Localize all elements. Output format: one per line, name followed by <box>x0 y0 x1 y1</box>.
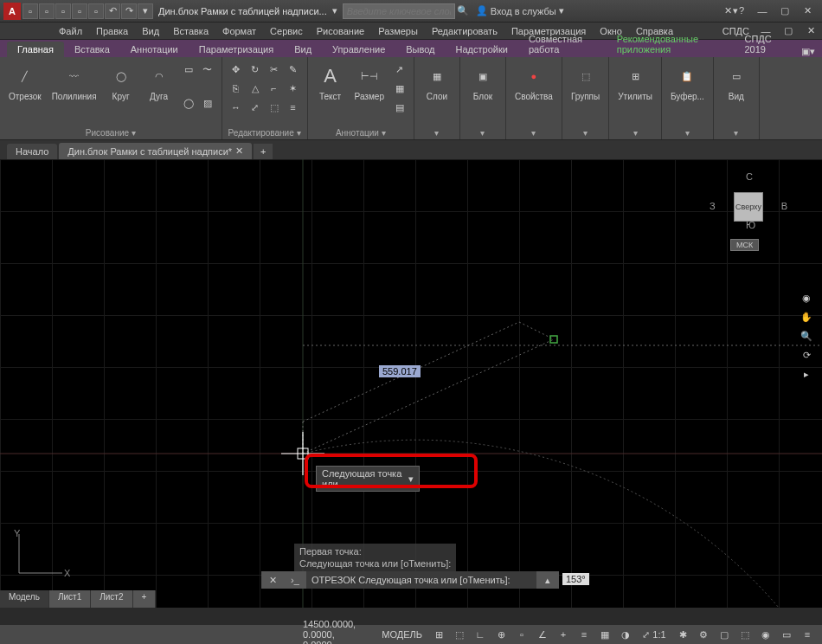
minimize-button[interactable]: — <box>751 3 774 19</box>
tool-clip[interactable]: 📋Буфер... <box>667 61 708 126</box>
tool-util[interactable]: ⊞Утилиты <box>614 61 656 126</box>
viewcube-top-face[interactable]: Сверху <box>734 192 763 222</box>
tool-stretch-icon[interactable]: ↔ <box>228 99 245 116</box>
tool-hatch-icon[interactable]: ▨ <box>199 94 216 112</box>
tool-rotate-icon[interactable]: ↻ <box>247 61 264 78</box>
tool-layers[interactable]: ▦Слои <box>420 61 454 126</box>
ribbon-tab-spds[interactable]: СПДС 2019 <box>735 31 795 57</box>
exchange-icon[interactable]: ✕ <box>724 5 732 16</box>
status-dyn-icon[interactable]: + <box>554 627 573 642</box>
qat-saveas-icon[interactable]: ▫ <box>72 3 87 19</box>
close-tab-icon[interactable]: ✕ <box>235 145 243 157</box>
ribbon-tab-collab[interactable]: Совместная работа <box>518 31 607 57</box>
status-annoscale-icon[interactable]: ⤢ 1:1 <box>637 627 671 642</box>
tool-fillet-icon[interactable]: ⌐ <box>266 80 283 97</box>
status-monitor-icon[interactable]: ▢ <box>715 627 734 642</box>
tool-block[interactable]: ▣Блок <box>466 61 500 126</box>
panel-edit-title[interactable]: Редактирование ▾ <box>228 126 302 139</box>
menu-modify[interactable]: Редактировать <box>425 24 504 38</box>
panel-view-expand[interactable]: ▾ <box>719 126 754 139</box>
ribbon-tab-home[interactable]: Главная <box>7 42 64 57</box>
menu-insert[interactable]: Вставка <box>166 24 215 38</box>
doc-tab-start[interactable]: Начало <box>7 144 57 159</box>
title-dropdown-icon[interactable]: ▾ <box>332 5 337 16</box>
panel-util-expand[interactable]: ▾ <box>614 126 656 139</box>
tool-leader-icon[interactable]: ↗ <box>391 61 408 78</box>
tool-trim-icon[interactable]: ✂ <box>266 61 283 78</box>
dynamic-prompt-tooltip[interactable]: Следующая точка или ▾ <box>316 466 420 492</box>
nav-zoom-icon[interactable]: 🔍 <box>798 327 815 345</box>
tool-table-icon[interactable]: ▦ <box>391 80 408 97</box>
status-transparency-icon[interactable]: ▦ <box>595 627 614 642</box>
close-button[interactable]: ✕ <box>796 3 819 19</box>
tool-offset-icon[interactable]: ≡ <box>285 99 302 116</box>
menu-edit[interactable]: Правка <box>89 24 135 38</box>
nav-showmotion-icon[interactable]: ▸ <box>798 365 815 383</box>
layout-tab-sheet1[interactable]: Лист1 <box>49 590 91 608</box>
ribbon-tab-featured[interactable]: Рекомендованные приложения <box>607 31 735 57</box>
qat-new-icon[interactable]: ▫ <box>22 3 38 19</box>
tool-polyline[interactable]: 〰Полилиния <box>48 61 100 126</box>
ribbon-tab-addins[interactable]: Надстройки <box>446 42 518 57</box>
status-annovisibility-icon[interactable]: ✱ <box>673 627 692 642</box>
qat-open-icon[interactable]: ▫ <box>39 3 55 19</box>
status-customize-icon[interactable]: ≡ <box>798 627 817 642</box>
tool-groups[interactable]: ⬚Группы <box>568 61 603 126</box>
tool-ellipse-icon[interactable]: ◯ <box>180 94 197 112</box>
maximize-button[interactable]: ▢ <box>774 3 796 19</box>
search-icon[interactable]: 🔍 <box>457 5 469 16</box>
cmdline-handle-icon[interactable]: ✕ <box>261 571 284 589</box>
viewcube-wcs[interactable]: МСК <box>730 239 759 251</box>
dynamic-length-input[interactable]: 559.017 <box>379 365 421 377</box>
ribbon-tab-insert[interactable]: Вставка <box>64 42 120 57</box>
tool-props[interactable]: ●Свойства <box>511 61 556 126</box>
command-input[interactable] <box>306 571 536 589</box>
status-workspace-icon[interactable]: ⚙ <box>694 627 713 642</box>
status-cycle-icon[interactable]: ◑ <box>616 627 635 642</box>
tool-spline-icon[interactable]: 〜 <box>199 61 216 78</box>
tool-text[interactable]: АТекст <box>313 61 348 126</box>
ribbon-tab-annotate[interactable]: Аннотации <box>120 42 189 57</box>
tool-mtext-icon[interactable]: ▤ <box>391 99 408 116</box>
ribbon-tab-parametric[interactable]: Параметризация <box>189 42 284 57</box>
tool-scale-icon[interactable]: ⤢ <box>247 99 264 116</box>
tool-dimension[interactable]: ⊢⊣Размер <box>351 61 388 126</box>
doc-close-button[interactable]: ✕ <box>800 23 822 39</box>
tool-move-icon[interactable]: ✥ <box>228 61 245 78</box>
viewcube-north[interactable]: С <box>746 171 753 182</box>
tool-view[interactable]: ▭Вид <box>719 61 754 126</box>
layout-tab-model[interactable]: Модель <box>0 590 49 608</box>
status-ortho-icon[interactable]: ∟ <box>471 627 490 642</box>
tool-arc[interactable]: ◠Дуга <box>142 61 177 126</box>
ribbon-tab-manage[interactable]: Управление <box>322 42 395 57</box>
menu-draw[interactable]: Рисование <box>310 24 371 38</box>
status-clean-icon[interactable]: ▭ <box>777 627 796 642</box>
ribbon-tab-view[interactable]: Вид <box>284 42 322 57</box>
status-lwt-icon[interactable]: ≡ <box>575 627 594 642</box>
status-hardware-icon[interactable]: ⬚ <box>735 627 755 642</box>
app-logo[interactable]: A <box>3 3 21 20</box>
status-osnap-icon[interactable]: ▫ <box>512 627 531 642</box>
help-icon[interactable]: ? <box>739 5 744 16</box>
ribbon-tab-output[interactable]: Вывод <box>395 42 445 57</box>
tool-line[interactable]: ╱Отрезок <box>5 61 45 126</box>
panel-layers-expand[interactable]: ▾ <box>420 126 454 139</box>
status-grid-icon[interactable]: ⊞ <box>429 627 448 642</box>
cmdline-prompt-icon[interactable]: ›_ <box>284 571 306 589</box>
status-coords[interactable]: 14500.0000, 0.0000, 0.0000 <box>294 619 375 644</box>
panel-annot-title[interactable]: Аннотации ▾ <box>313 126 408 139</box>
panel-clip-expand[interactable]: ▾ <box>667 126 708 139</box>
menu-file[interactable]: Файл <box>52 24 89 38</box>
menu-tools[interactable]: Сервис <box>263 24 310 38</box>
status-polar-icon[interactable]: ⊕ <box>491 627 511 642</box>
status-model-button[interactable]: МОДЕЛЬ <box>375 629 429 640</box>
status-otrack-icon[interactable]: ∠ <box>533 627 552 642</box>
panel-block-expand[interactable]: ▾ <box>466 126 500 139</box>
qat-undo-icon[interactable]: ↶ <box>105 3 120 19</box>
nav-orbit-icon[interactable]: ⟳ <box>798 346 815 364</box>
nav-wheel-icon[interactable]: ◉ <box>798 289 815 306</box>
signin-button[interactable]: 👤 Вход в службы ▾ <box>476 5 564 16</box>
nav-pan-icon[interactable]: ✋ <box>798 308 815 325</box>
tool-circle[interactable]: ◯Круг <box>104 61 138 126</box>
tool-erase-icon[interactable]: ✎ <box>285 61 302 78</box>
